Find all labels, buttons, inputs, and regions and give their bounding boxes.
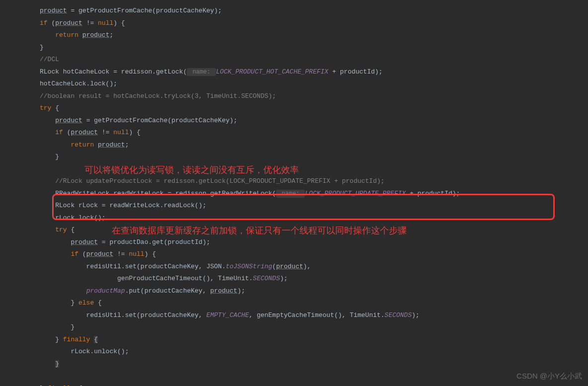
- code-line: //boolean result = hotCacheLock.tryLock(…: [40, 90, 588, 103]
- annotation-text-2: 在查询数据库更新缓存之前加锁，保证只有一个线程可以同时操作这个步骤: [112, 225, 407, 237]
- code-line: [40, 370, 588, 383]
- code-line: product = getProductFromCache(productCac…: [40, 5, 588, 17]
- code-line: if (product != null) {: [40, 17, 588, 30]
- code-line: //DCL: [40, 54, 588, 66]
- code-line: }: [40, 358, 588, 371]
- watermark: CSDN @小Y么小武: [516, 370, 582, 383]
- code-line: rLock.unlock();: [40, 346, 588, 358]
- code-line: productMap.put(productCacheKey, product)…: [40, 285, 588, 298]
- code-line: }: [40, 151, 588, 163]
- code-line: product = getProductFromCache(productCac…: [40, 115, 588, 127]
- highlight-box: [52, 194, 555, 220]
- annotation-text-1: 可以将锁优化为读写锁，读读之间没有互斥，优化效率: [84, 164, 299, 176]
- code-line: }: [40, 321, 588, 334]
- code-line: hotCacheLock.lock();: [40, 78, 588, 90]
- code-line: redisUtil.set(productCacheKey, JSON.toJS…: [40, 261, 588, 273]
- code-line: } else {: [40, 297, 588, 309]
- code-line: try {: [40, 102, 588, 115]
- code-editor[interactable]: product = getProductFromCache(productCac…: [0, 5, 588, 386]
- code-line: //RLock updateProductLock = redisson.get…: [40, 175, 588, 188]
- code-line: if (product != null) {: [40, 248, 588, 261]
- code-line: genProductCacheTimeout(), TimeUnit.SECON…: [40, 273, 588, 285]
- code-line: return product;: [40, 139, 588, 152]
- code-line: } finally {: [40, 383, 588, 386]
- code-line: return product;: [40, 29, 588, 42]
- code-line: product = productDao.get(productId);: [40, 236, 588, 249]
- code-line: RLock hotCacheLock = redisson.getLock( n…: [40, 66, 588, 78]
- code-line: }: [40, 42, 588, 54]
- code-line: if (product != null) {: [40, 127, 588, 139]
- code-line: redisUtil.set(productCacheKey, EMPTY_CAC…: [40, 309, 588, 322]
- code-line: } finally {: [40, 334, 588, 346]
